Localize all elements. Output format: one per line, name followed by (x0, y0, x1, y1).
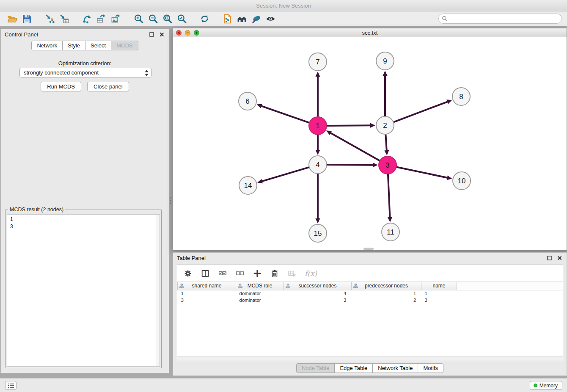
node-table-container: f(x) shared name (177, 265, 563, 361)
table-settings-button[interactable] (182, 268, 193, 279)
table-horizontal-scrollbar[interactable] (177, 356, 563, 361)
graph-node-label: 10 (458, 177, 466, 185)
column-header-shared-name[interactable]: shared name (178, 282, 236, 290)
close-table-panel-button[interactable] (556, 255, 563, 261)
tab-network[interactable]: Network (31, 41, 63, 50)
delete-table-button[interactable] (286, 268, 297, 279)
table-row[interactable]: 1dominator411 (178, 290, 563, 297)
window-controls (176, 30, 199, 36)
column-header-successor-nodes[interactable]: successor nodes (284, 282, 352, 290)
tab-edge-table[interactable]: Edge Table (334, 363, 373, 373)
criterion-select[interactable]: strongly connected component (19, 68, 151, 77)
column-type-icon (179, 284, 184, 288)
table-cell[interactable]: 3 (421, 297, 457, 304)
graph-edge-4-14[interactable] (262, 167, 310, 181)
tab-mcds[interactable]: MCDS (111, 41, 138, 50)
create-column-button[interactable] (252, 268, 263, 279)
first-neighbors-button[interactable] (234, 12, 249, 25)
graph-edge-4-3[interactable] (326, 165, 373, 165)
graph-edge-2-8[interactable] (393, 102, 448, 122)
column-label: successor nodes (298, 283, 336, 289)
network-document-button[interactable] (220, 12, 234, 25)
float-panel-button[interactable] (149, 31, 155, 38)
table-cell[interactable]: 1 (352, 290, 421, 297)
network-window-titlebar[interactable]: scc.txt (173, 28, 567, 37)
export-image-button[interactable] (108, 12, 123, 25)
delete-table-icon (287, 269, 297, 278)
open-session-button[interactable] (5, 12, 19, 25)
apply-style-button[interactable] (249, 12, 263, 25)
table-cell[interactable]: 4 (284, 290, 352, 297)
graph-edge-1-6[interactable] (261, 106, 310, 123)
minimize-window-button[interactable] (185, 30, 190, 36)
task-history-button[interactable] (5, 381, 17, 390)
refresh-view-button[interactable] (197, 12, 212, 25)
graph-edge-3-1[interactable] (330, 133, 381, 161)
import-table-button[interactable] (57, 12, 71, 25)
zoom-in-button[interactable] (131, 12, 146, 25)
column-header-mcds-role[interactable]: MCDS role (236, 282, 284, 290)
graph-edge-1-2[interactable] (326, 125, 371, 126)
close-window-button[interactable] (176, 30, 182, 36)
memory-button[interactable]: Memory (530, 381, 562, 390)
canvas-scroll-handle[interactable] (363, 248, 374, 250)
graph-node-label: 11 (387, 228, 394, 236)
graph-edge-arrowhead (446, 99, 452, 104)
mcds-result-line: 3 (10, 223, 157, 230)
export-table-button[interactable] (94, 12, 108, 25)
column-header-filler (457, 282, 563, 290)
table-row[interactable]: 3dominator323 (178, 297, 563, 304)
table-cell[interactable]: dominator (236, 297, 284, 304)
function-builder-button[interactable]: f(x) (304, 269, 318, 278)
close-mcds-panel-button[interactable]: Close panel (87, 82, 129, 91)
network-graph[interactable]: 7968124310141511 (173, 37, 567, 250)
save-session-button[interactable] (19, 12, 34, 25)
zoom-selected-button[interactable] (174, 12, 189, 25)
show-hide-button[interactable] (263, 12, 278, 25)
graph-edge-arrowhead (384, 150, 389, 155)
close-icon (160, 32, 164, 37)
panel-splitter[interactable] (170, 197, 172, 206)
column-header-name[interactable]: name (421, 282, 457, 290)
mcds-result-list[interactable]: 1 3 (7, 214, 160, 367)
table-cell[interactable]: 3 (284, 297, 352, 304)
eye-icon (265, 14, 276, 24)
delete-column-button[interactable] (269, 268, 280, 279)
table-cell[interactable]: 2 (352, 297, 421, 304)
gear-icon (183, 269, 193, 278)
graph-edge-2-3[interactable] (385, 133, 387, 151)
import-network-button[interactable] (42, 12, 57, 25)
tab-style[interactable]: Style (62, 41, 85, 50)
result-scrollbar[interactable] (157, 215, 160, 366)
zoom-window-button[interactable] (194, 30, 199, 36)
column-label: predecessor nodes (365, 283, 408, 289)
select-all-columns-button[interactable] (217, 268, 228, 279)
table-cell[interactable]: 1 (178, 290, 236, 297)
zoom-fit-button[interactable] (160, 12, 174, 25)
column-header-predecessor-nodes[interactable]: predecessor nodes (352, 282, 421, 290)
tab-motifs[interactable]: Motifs (418, 363, 443, 373)
show-columns-button[interactable] (200, 268, 211, 279)
minimize-icon (186, 31, 189, 34)
deselect-all-columns-button[interactable] (234, 268, 245, 279)
export-network-button[interactable] (80, 12, 94, 25)
graph-edge-3-11[interactable] (388, 173, 390, 218)
graph-edge-arrowhead (370, 123, 375, 128)
table-cell[interactable]: 3 (178, 297, 236, 304)
table-cell[interactable]: dominator (236, 290, 284, 297)
tab-select[interactable]: Select (85, 41, 111, 50)
tab-node-table[interactable]: Node Table (296, 363, 335, 373)
search-input[interactable] (438, 14, 562, 24)
graph-edge-arrowhead (316, 150, 320, 155)
tab-network-table[interactable]: Network Table (372, 363, 418, 373)
graph-edge-arrowhead (257, 104, 262, 108)
run-mcds-button[interactable]: Run MCDS (41, 82, 81, 91)
graph-edge-3-10[interactable] (396, 167, 448, 178)
zoom-out-button[interactable] (146, 12, 160, 25)
zoom-selected-icon (176, 14, 187, 24)
table-cell[interactable]: 1 (421, 290, 457, 297)
unchecked-boxes-icon (235, 269, 245, 278)
close-panel-button[interactable] (159, 31, 165, 38)
float-table-panel-button[interactable] (546, 255, 553, 261)
houses-icon (237, 14, 247, 24)
